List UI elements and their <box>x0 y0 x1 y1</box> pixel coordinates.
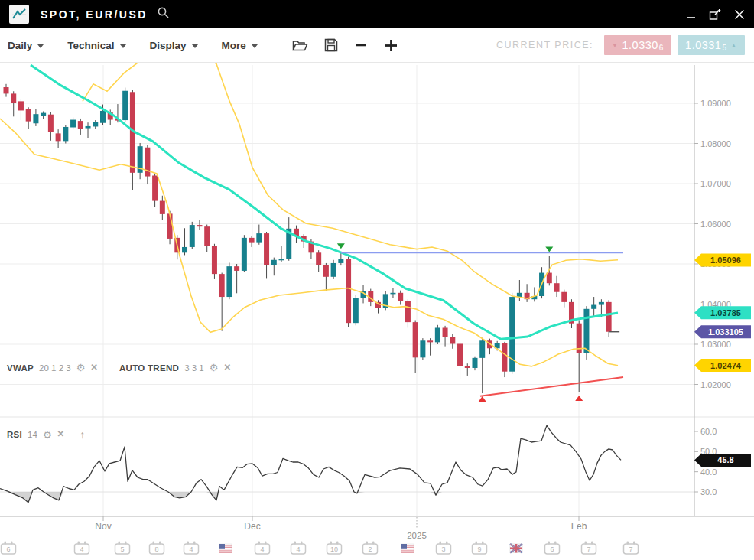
chevron-down-icon <box>252 44 258 48</box>
price-tag-value: 1.05096 <box>710 256 741 265</box>
gear-icon[interactable]: ⚙ <box>76 363 86 373</box>
candle-body <box>472 358 477 368</box>
calendar-event-icon[interactable]: 4 <box>291 542 306 555</box>
calendar-icon-ring <box>301 542 303 545</box>
candle-body <box>599 302 604 305</box>
menu-display[interactable]: Display <box>150 40 198 51</box>
calendar-day-number: 6 <box>550 545 554 553</box>
calendar-event-icon[interactable]: 4 <box>75 542 89 555</box>
gear-icon[interactable]: ⚙ <box>210 363 219 373</box>
candle-body <box>264 233 269 265</box>
calendar-day-number: 10 <box>330 545 338 553</box>
search-icon[interactable] <box>157 6 170 22</box>
calendar-event-icon[interactable]: 7 <box>582 542 596 555</box>
calendar-icon-ring <box>554 542 557 545</box>
chart-area[interactable]: 1.090001.080001.070001.060001.050001.040… <box>0 63 754 560</box>
calendar-day-number: 4 <box>80 545 83 553</box>
price-tag-value: 1.03785 <box>710 308 741 317</box>
price-axis-label: 1.09000 <box>700 99 731 108</box>
rsi-value-tag-value: 45.8 <box>717 455 733 464</box>
gear-icon[interactable]: ⚙ <box>43 430 52 440</box>
candle-body <box>93 122 98 127</box>
calendar-day-number: 4 <box>296 545 300 553</box>
candle-body <box>591 305 596 309</box>
candle-body <box>316 252 321 265</box>
calendar-icon-ring <box>591 542 593 545</box>
candle-body <box>450 337 455 343</box>
us-flag-icon[interactable] <box>219 544 232 553</box>
open-folder-icon[interactable] <box>292 39 308 52</box>
candle-body <box>583 309 589 353</box>
calendar-icon-ring <box>265 542 267 545</box>
bid-price-pip: 6 <box>659 44 664 52</box>
candle-body <box>4 87 9 93</box>
price-axis-label: 1.06000 <box>700 220 731 229</box>
menu-daily-label: Daily <box>8 40 32 51</box>
calendar-event-icon[interactable]: 3 <box>437 542 451 555</box>
close-icon[interactable]: ✕ <box>223 363 231 373</box>
calendar-event-icon[interactable]: 7 <box>624 542 639 555</box>
calendar-icon-ring <box>78 542 80 545</box>
calendar-event-icon[interactable]: 9 <box>473 542 487 555</box>
calendar-icon-ring <box>5 542 7 545</box>
candle-body <box>279 259 284 261</box>
candle-body <box>427 340 433 342</box>
menu-technical[interactable]: Technical <box>67 40 125 51</box>
candle-body <box>435 327 440 342</box>
calendar-event-icon[interactable]: 2 <box>363 542 378 555</box>
calendar-icon-ring <box>633 542 635 545</box>
candle-body <box>11 93 16 103</box>
close-button[interactable] <box>734 9 745 20</box>
close-icon[interactable]: ✕ <box>57 430 65 439</box>
calendar-event-icon[interactable]: 6 <box>2 542 16 555</box>
calendar-icon-ring <box>482 542 484 545</box>
price-axis-label: 1.08000 <box>700 139 731 148</box>
price-axis-label: 1.02000 <box>700 380 731 389</box>
candle-body <box>405 301 411 322</box>
menu-display-label: Display <box>150 40 187 51</box>
candle-body <box>26 109 31 122</box>
minimize-button[interactable] <box>686 9 696 19</box>
rsi-line <box>0 425 621 503</box>
candle-body <box>561 292 567 302</box>
menu-daily[interactable]: Daily <box>8 40 44 51</box>
calendar-event-icon[interactable]: 10 <box>327 542 342 555</box>
move-up-icon[interactable]: ↑ <box>80 429 85 440</box>
calendar-event-icon[interactable]: 5 <box>115 542 130 555</box>
close-icon[interactable]: ✕ <box>90 363 98 373</box>
candle-body <box>190 225 195 247</box>
price-chart[interactable]: 1.090001.080001.070001.060001.050001.040… <box>0 63 754 560</box>
uk-flag-icon[interactable] <box>510 544 522 553</box>
zoom-in-button[interactable] <box>384 38 398 53</box>
bid-price: 1.0330 <box>622 39 658 51</box>
calendar-icon-ring <box>330 542 333 545</box>
candle-body <box>338 259 343 263</box>
bid-price-box[interactable]: ▼ 1.0330 6 <box>604 35 671 55</box>
calendar-icon-ring <box>11 542 13 545</box>
us-flag-icon[interactable] <box>401 544 414 553</box>
candle-body <box>420 340 425 357</box>
year-label: 2025 <box>407 531 427 540</box>
calendar-event-icon[interactable]: 4 <box>184 542 199 555</box>
candle-body <box>160 201 165 214</box>
rsi-params: 14 <box>28 430 37 439</box>
calendar-event-icon[interactable]: 8 <box>150 542 164 555</box>
popout-button[interactable] <box>709 8 721 21</box>
calendar-event-icon[interactable]: 4 <box>255 542 270 555</box>
save-icon[interactable] <box>324 38 338 52</box>
overlay-indicator-labels: VWAP 20 1 2 3 ⚙ ✕ AUTO TREND 3 3 1 ⚙ ✕ <box>7 363 231 373</box>
calendar-day-number: 8 <box>154 545 158 553</box>
zoom-out-button[interactable] <box>354 38 368 52</box>
calendar-event-icon[interactable]: 6 <box>545 542 560 555</box>
rsi-label: RSI <box>7 430 22 439</box>
ask-price-box[interactable]: 1.0331 5 ▲ <box>678 35 745 55</box>
candle-body <box>547 273 552 284</box>
menu-more[interactable]: More <box>222 40 258 51</box>
arrow-down-icon: ▼ <box>612 42 618 49</box>
candle-body <box>197 225 202 226</box>
sell-signal-icon <box>337 243 345 249</box>
candle-body <box>145 148 150 177</box>
rsi-indicator-labels: RSI 14 ⚙ ✕ ↑ <box>7 429 85 440</box>
arrow-up-icon: ▲ <box>731 42 737 49</box>
calendar-icon-ring <box>476 542 478 545</box>
